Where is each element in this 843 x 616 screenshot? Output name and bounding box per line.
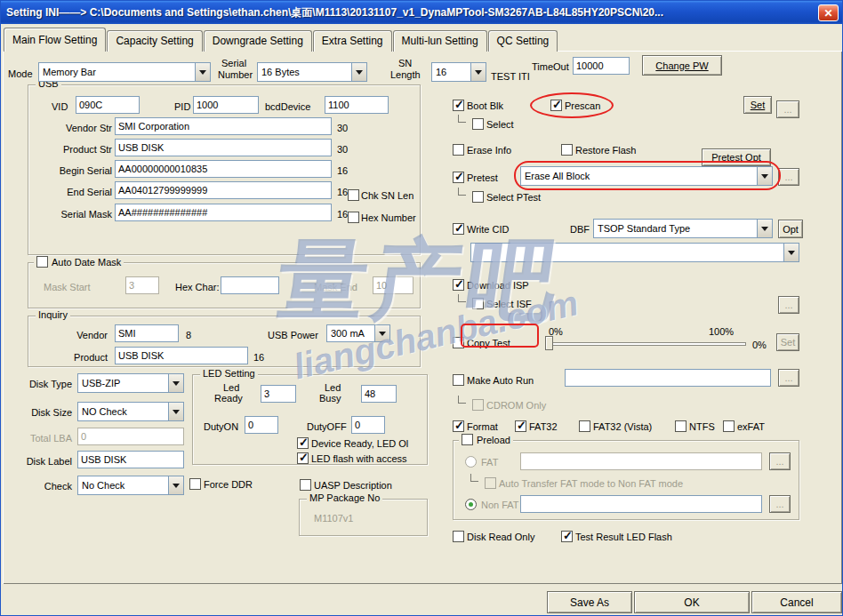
tab-downgrade-setting[interactable]: Downgrade Setting	[204, 30, 312, 52]
mode-select[interactable]: Memory Bar	[38, 62, 211, 82]
pretest-select[interactable]: Erase All Block	[520, 166, 773, 186]
vid-input[interactable]: 090C	[76, 96, 140, 114]
format-checkbox[interactable]	[453, 420, 464, 432]
chevron-down-icon[interactable]	[783, 244, 799, 261]
chevron-down-icon[interactable]	[757, 220, 772, 237]
device-ready-led-checkbox[interactable]	[297, 437, 309, 449]
fat32-checkbox[interactable]	[515, 420, 526, 432]
auto-date-mask-checkbox[interactable]	[36, 256, 48, 268]
tab-extra-setting[interactable]: Extra Setting	[313, 30, 392, 52]
duty-off-input[interactable]: 0	[351, 416, 385, 434]
test-result-led-checkbox[interactable]	[561, 531, 573, 542]
chk-sn-len-checkbox[interactable]	[348, 189, 359, 201]
vendor-str-input[interactable]: SMI Corporation	[115, 117, 332, 135]
pretest-browse-button: ...	[778, 168, 799, 186]
fat-radio	[465, 456, 477, 468]
select-ptest-checkbox[interactable]	[472, 191, 484, 203]
non-fat-path-input[interactable]	[520, 495, 762, 513]
uasp-checkbox[interactable]	[300, 479, 311, 491]
tab-qc-setting[interactable]: QC Setting	[488, 30, 558, 52]
make-auto-run-checkbox[interactable]	[453, 374, 464, 386]
check-select[interactable]: No Check	[77, 476, 184, 495]
exfat-label: exFAT	[737, 421, 765, 432]
disk-read-only-checkbox[interactable]	[453, 531, 464, 542]
sn-length-select[interactable]: 16	[431, 62, 486, 82]
begin-serial-label: Begin Serial	[19, 165, 112, 176]
chevron-down-icon[interactable]	[470, 63, 486, 81]
serial-mask-input[interactable]: AA##############	[115, 204, 332, 221]
chevron-down-icon[interactable]	[374, 325, 389, 341]
cancel-button[interactable]: Cancel	[751, 591, 842, 613]
hex-number-checkbox[interactable]	[348, 212, 359, 223]
product-str-input[interactable]: USB DISK	[115, 139, 332, 156]
disk-label-input[interactable]: USB DISK	[77, 451, 184, 468]
exfat-checkbox[interactable]	[723, 420, 735, 432]
begin-serial-len: 16	[337, 165, 348, 176]
download-isp-checkbox[interactable]	[453, 279, 464, 291]
vendor-str-len: 30	[337, 123, 348, 133]
chevron-down-icon[interactable]	[168, 374, 183, 392]
select-isf-checkbox[interactable]	[472, 298, 484, 309]
end-serial-input[interactable]: AA04012799999999	[115, 181, 332, 199]
usb-power-value: 300 mA	[331, 328, 373, 339]
dbf-opt-button[interactable]: Opt	[778, 220, 803, 238]
auto-run-browse-button: ...	[778, 369, 799, 387]
cdrom-only-checkbox	[472, 399, 484, 411]
disk-size-value: NO Check	[82, 406, 166, 417]
tab-capacity-setting[interactable]: Capacity Setting	[107, 30, 202, 52]
pretest-opt-button[interactable]: Pretest Opt	[702, 148, 771, 166]
serial-number-select[interactable]: 16 Bytes	[257, 62, 367, 82]
chevron-down-icon[interactable]	[168, 476, 183, 494]
led-ready-input[interactable]: 3	[261, 385, 296, 403]
led-flash-access-checkbox[interactable]	[297, 452, 309, 464]
mp-package-value: M1107v1	[314, 513, 353, 524]
ok-button[interactable]: OK	[634, 591, 750, 613]
chevron-down-icon[interactable]	[195, 63, 210, 81]
timeout-input[interactable]: 10000	[573, 57, 630, 75]
inquiry-vendor-input[interactable]: SMI	[115, 324, 179, 342]
disk-size-select[interactable]: NO Check	[77, 402, 184, 421]
tab-main-flow-setting[interactable]: Main Flow Setting	[4, 28, 106, 52]
led-flash-access-label: LED flash with access	[311, 453, 426, 464]
restore-flash-checkbox[interactable]	[561, 144, 573, 156]
copy-test-slider-thumb[interactable]	[545, 336, 553, 350]
led-busy-input[interactable]: 48	[361, 385, 397, 403]
ntfs-checkbox[interactable]	[675, 420, 686, 432]
force-ddr-label: Force DDR	[204, 479, 253, 490]
dbf-select[interactable]: TSOP Standard Type	[593, 219, 773, 238]
prescan-label: Prescan	[565, 100, 600, 111]
close-button[interactable]: ✕	[818, 4, 839, 21]
dbf-secondary-select[interactable]	[470, 243, 799, 262]
boot-blk-checkbox[interactable]	[453, 100, 464, 111]
chevron-down-icon[interactable]	[351, 63, 366, 81]
copy-test-checkbox[interactable]	[453, 337, 464, 348]
pretest-checkbox[interactable]	[453, 172, 464, 183]
copy-test-slider-track[interactable]	[547, 342, 746, 346]
non-fat-radio[interactable]	[465, 499, 477, 510]
make-auto-run-input[interactable]	[565, 369, 771, 387]
usb-power-select[interactable]: 300 mA	[326, 324, 390, 342]
bcddevice-input[interactable]: 1100	[325, 96, 389, 114]
boot-select-checkbox[interactable]	[472, 118, 484, 130]
disk-type-select[interactable]: USB-ZIP	[77, 373, 184, 393]
inquiry-product-input[interactable]: USB DISK	[115, 347, 248, 364]
preload-checkbox[interactable]	[462, 434, 473, 445]
hex-char-input[interactable]	[221, 276, 279, 294]
chevron-down-icon[interactable]	[757, 167, 772, 185]
fat32-vista-checkbox[interactable]	[579, 420, 590, 432]
fat-browse-button: ...	[769, 452, 791, 470]
begin-serial-input[interactable]: AA00000000010835	[115, 160, 332, 178]
force-ddr-checkbox[interactable]	[189, 478, 201, 490]
write-cid-checkbox[interactable]	[453, 223, 464, 235]
save-as-button[interactable]: Save As	[547, 591, 632, 613]
prescan-checkbox[interactable]	[550, 100, 562, 111]
disk-type-value: USB-ZIP	[82, 378, 166, 388]
tab-multi-lun-setting[interactable]: Multi-lun Setting	[393, 30, 487, 52]
change-pw-button[interactable]: Change PW	[642, 55, 722, 76]
erase-info-checkbox[interactable]	[453, 144, 464, 156]
chevron-down-icon[interactable]	[168, 403, 183, 420]
duty-on-label: DutyON	[204, 421, 238, 432]
pid-input[interactable]: 1000	[193, 96, 259, 114]
duty-on-input[interactable]: 0	[245, 416, 278, 434]
boot-set-button[interactable]: Set	[743, 96, 772, 114]
